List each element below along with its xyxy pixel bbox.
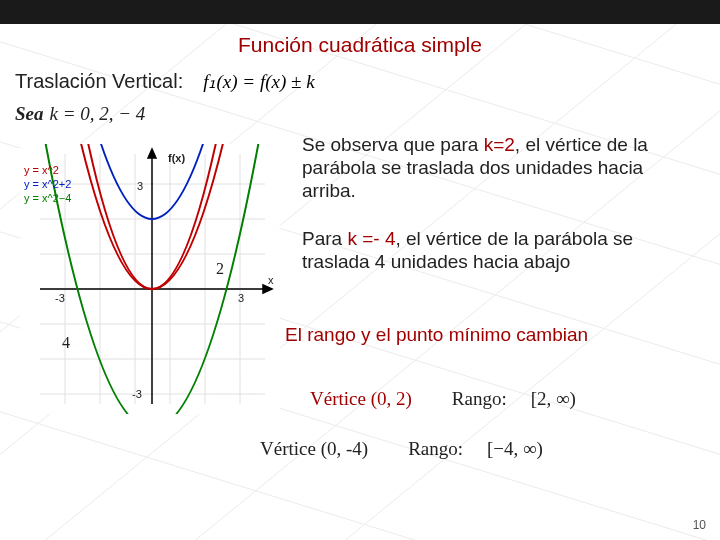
rango-1-label: Rango: (452, 388, 507, 410)
annotation-k2: 2 (216, 260, 224, 278)
ytick-neg3: -3 (132, 388, 142, 400)
y-axis-label: f(x) (168, 152, 185, 164)
p1-a: Se observa que para (302, 134, 484, 155)
vertex-row-2: Vértice (0, -4) Rango: [−4, ∞) (260, 438, 543, 460)
vertex-2-label: Vértice (0, -4) (260, 438, 368, 460)
annotation-k4: 4 (62, 334, 70, 352)
subtitle-row: Traslación Vertical: f₁(x) = f(x) ± k (15, 70, 315, 93)
rango-1-value: [2, ∞) (531, 388, 576, 410)
sea-label: Sea (15, 103, 44, 125)
rango-2-value: [−4, ∞) (487, 438, 543, 460)
formula-f1: f₁(x) = f(x) ± k (203, 70, 314, 93)
paragraph-k4: Para k =- 4, el vértice de la parábola s… (302, 228, 697, 274)
parabola-graph: y = x^2 y = x^2+2 y = x^2−4 f(x) x -3 3 … (20, 144, 280, 414)
ytick-3: 3 (137, 180, 143, 192)
p2-k: k =- 4 (347, 228, 395, 249)
vertex-1-label: Vértice (0, 2) (310, 388, 412, 410)
legend-item-2: y = x^2+2 (24, 178, 71, 190)
k-values-row: Sea k = 0, 2, − 4 (15, 103, 145, 125)
x-axis-label: x (268, 274, 274, 286)
subtitle-label: Traslación Vertical: (15, 70, 183, 93)
p1-k: k=2 (484, 134, 515, 155)
slide-title: Función cuadrática simple (0, 33, 720, 57)
rango-2-label: Rango: (408, 438, 463, 460)
top-bar (0, 0, 720, 24)
vertex-row-1: Vértice (0, 2) Rango: [2, ∞) (310, 388, 576, 410)
legend-item-1: y = x^2 (24, 164, 59, 176)
paragraph-k2: Se observa que para k=2, el vértice de l… (302, 134, 697, 202)
p2-a: Para (302, 228, 347, 249)
sea-values: k = 0, 2, − 4 (50, 103, 146, 125)
page-number: 10 (693, 518, 706, 532)
xtick-pos3: 3 (238, 292, 244, 304)
paragraph-range-change: El rango y el punto mínimo cambian (285, 324, 705, 347)
xtick-neg3: -3 (55, 292, 65, 304)
legend-item-3: y = x^2−4 (24, 192, 71, 204)
